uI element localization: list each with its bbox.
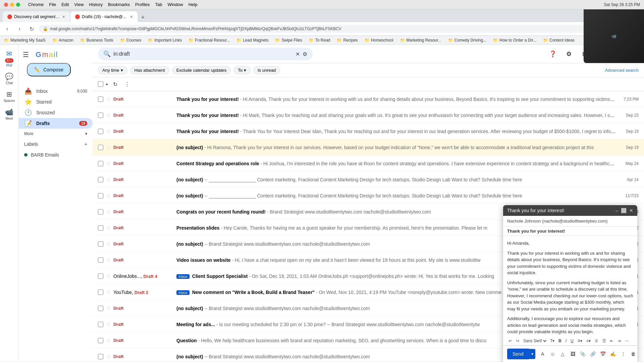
- nav-inbox[interactable]: 📥 Inbox 9,030: [19, 86, 93, 97]
- settings-icon[interactable]: ⚙: [563, 48, 575, 60]
- compose-minimize-button[interactable]: –: [615, 208, 618, 213]
- star-icon[interactable]: ☆: [106, 225, 111, 231]
- bookmark-comedy-driving[interactable]: 📁 Comedy Driving...: [447, 37, 488, 43]
- photo-attach-button[interactable]: 🖼: [568, 349, 578, 359]
- reload-button[interactable]: ↻: [27, 24, 36, 34]
- discard-button[interactable]: 🗑: [629, 349, 638, 359]
- email-checkbox[interactable]: [98, 113, 103, 118]
- bookmark-lead-magnets[interactable]: 📁 Lead Magnets: [235, 37, 270, 43]
- email-checkbox[interactable]: [98, 97, 103, 102]
- more-options-button[interactable]: ⋮: [619, 349, 628, 359]
- email-checkbox[interactable]: [98, 209, 103, 215]
- email-checkbox[interactable]: [98, 241, 103, 247]
- filter-has-attachment[interactable]: Has attachment: [130, 66, 169, 74]
- compose-button[interactable]: ✏️ Compose: [27, 63, 71, 76]
- email-checkbox[interactable]: [98, 161, 103, 166]
- forward-button[interactable]: ›: [15, 24, 24, 34]
- filter-exclude-calendar[interactable]: Exclude calendar updates: [172, 66, 231, 74]
- star-icon[interactable]: ☆: [106, 257, 111, 263]
- email-checkbox[interactable]: [98, 354, 103, 359]
- filter-is-unread[interactable]: Is unread: [253, 66, 280, 74]
- sidebar-icon-spaces[interactable]: ⊞ Spaces: [0, 88, 18, 105]
- label-barb-emails[interactable]: BARB Emails: [19, 149, 93, 160]
- minimize-button[interactable]: [10, 3, 14, 7]
- star-icon[interactable]: ☆: [106, 192, 111, 199]
- star-icon[interactable]: ☆: [106, 128, 111, 134]
- bookmark-business-tools[interactable]: 📁 Business Tools: [79, 37, 115, 43]
- search-options-icon[interactable]: ⚙: [303, 51, 307, 57]
- send-button[interactable]: Send: [507, 349, 529, 359]
- bookmark-swipe-files[interactable]: 📁 Swipe Files: [274, 37, 303, 43]
- bookmark-homeschool[interactable]: 📁 Homeschool: [363, 37, 395, 43]
- email-checkbox[interactable]: [98, 145, 103, 150]
- bookmark-important-links[interactable]: 📁 Important Links: [147, 37, 183, 43]
- email-checkbox[interactable]: [98, 322, 103, 327]
- new-tab-button[interactable]: +: [138, 13, 148, 22]
- hamburger-menu[interactable]: ☰: [23, 51, 29, 59]
- undo-button[interactable]: ↩: [507, 338, 513, 344]
- compose-body[interactable]: Hi Amanda, Thank you for your interest i…: [503, 236, 637, 337]
- star-icon[interactable]: ☆: [106, 321, 111, 327]
- bold-button[interactable]: B: [557, 338, 563, 344]
- bookmark-fractional[interactable]: 📁 Fractional Resour...: [187, 37, 231, 43]
- help-icon[interactable]: ❓: [547, 48, 559, 60]
- email-checkbox[interactable]: [98, 306, 103, 311]
- nav-more[interactable]: More ▾: [19, 129, 93, 139]
- emoji-button[interactable]: ☺: [548, 349, 557, 359]
- bookmark-amazon[interactable]: 📁 Amazon: [51, 37, 75, 43]
- drive-attach-button[interactable]: △: [558, 349, 568, 359]
- mac-help-menu[interactable]: Help: [189, 2, 198, 7]
- sidebar-icon-chat[interactable]: 💬 Chat: [0, 70, 18, 87]
- mac-window-menu[interactable]: Window: [167, 2, 183, 7]
- mac-window-controls[interactable]: [4, 3, 20, 7]
- star-icon[interactable]: ☆: [106, 176, 111, 183]
- indent-decrease-button[interactable]: ⇤: [609, 338, 615, 344]
- italic-button[interactable]: I: [564, 338, 568, 344]
- mac-history-menu[interactable]: History: [89, 2, 103, 7]
- star-icon[interactable]: ☆: [106, 353, 111, 360]
- email-checkbox[interactable]: [98, 338, 103, 343]
- select-all-checkbox[interactable]: [98, 81, 103, 87]
- compose-close-button[interactable]: ✕: [629, 208, 633, 213]
- bookmark-how-to-order[interactable]: 📁 How to Order a Dri...: [492, 37, 538, 43]
- star-icon[interactable]: ☆: [106, 305, 111, 311]
- star-icon[interactable]: ☆: [106, 273, 111, 279]
- star-icon[interactable]: ☆: [106, 96, 111, 102]
- star-icon[interactable]: ☆: [106, 112, 111, 118]
- mac-tab-menu[interactable]: Tab: [155, 2, 162, 7]
- email-row[interactable]: ☆ Draft (no subject) - Hi Ramona, Thank …: [93, 139, 644, 156]
- compose-expand-button[interactable]: ⬜: [621, 208, 627, 213]
- bookmark-to-read[interactable]: 📁 To Read: [308, 37, 332, 43]
- redo-button[interactable]: ↪: [515, 338, 521, 344]
- formatting-toggle-button[interactable]: A: [538, 349, 547, 359]
- email-row[interactable]: ☆ Draft Thank you for your interest! - T…: [93, 123, 644, 139]
- bullet-list-button[interactable]: ☰: [601, 338, 607, 344]
- bookmark-courses[interactable]: 📁 Courses: [119, 37, 143, 43]
- calendar-button[interactable]: 📅: [598, 349, 608, 359]
- star-icon[interactable]: ☆: [106, 144, 111, 150]
- filter-anytime[interactable]: Any time ▾: [98, 66, 127, 74]
- add-label-button[interactable]: +: [85, 141, 87, 147]
- mac-edit-menu[interactable]: Edit: [61, 2, 69, 7]
- sidebar-icon-meet[interactable]: 📹 Meet: [0, 106, 18, 122]
- mac-profiles-menu[interactable]: Profiles: [135, 2, 150, 7]
- nav-starred[interactable]: ⭐ Starred: [19, 97, 93, 107]
- email-checkbox[interactable]: [98, 257, 103, 263]
- font-size-button[interactable]: T▾: [549, 338, 556, 344]
- select-all-dropdown[interactable]: ▾: [106, 82, 108, 86]
- url-bar[interactable]: 🔒 mail.google.com/mail/u/1/?ogbl#drafts?…: [39, 25, 621, 33]
- bookmark-marketing-resour[interactable]: 📁 Marketing Resour...: [399, 37, 443, 43]
- link-button[interactable]: 🔗: [588, 349, 598, 359]
- attach-file-button[interactable]: 📎: [578, 349, 588, 359]
- nav-snoozed[interactable]: 🕐 Snoozed: [19, 107, 93, 118]
- filter-to[interactable]: To ▾: [233, 66, 251, 74]
- close-button[interactable]: [4, 3, 8, 7]
- star-icon[interactable]: ☆: [106, 337, 111, 344]
- align-button[interactable]: ≡▾: [585, 338, 592, 344]
- mac-app-name[interactable]: Chrome: [28, 2, 44, 7]
- email-checkbox[interactable]: [98, 274, 103, 279]
- mac-file-menu[interactable]: File: [49, 2, 56, 7]
- more-options-button[interactable]: ⋮: [122, 79, 132, 89]
- search-input[interactable]: [113, 51, 293, 57]
- star-icon[interactable]: ☆: [106, 208, 111, 215]
